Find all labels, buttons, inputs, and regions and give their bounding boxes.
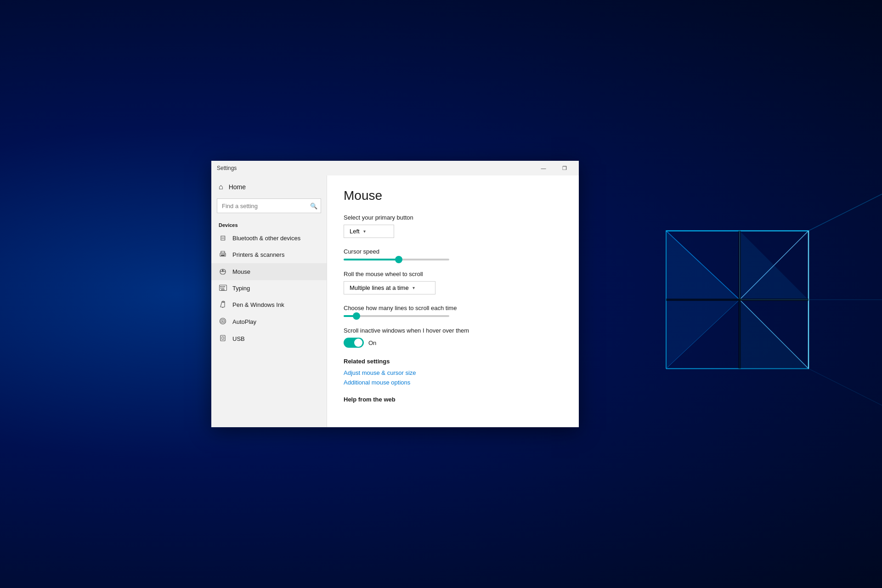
title-bar: Settings — ❐ xyxy=(211,161,579,175)
window-body: ⌂ Home 🔍 Devices ⊟ Bluetooth & other dev… xyxy=(211,175,579,427)
scroll-wheel-dropdown[interactable]: Multiple lines at a time ▾ xyxy=(344,281,435,294)
svg-rect-32 xyxy=(223,288,224,289)
sidebar-item-pen[interactable]: Pen & Windows Ink xyxy=(211,296,327,313)
printers-icon xyxy=(219,250,227,259)
sidebar-item-typing-label: Typing xyxy=(232,285,250,292)
primary-button-label: Select your primary button xyxy=(344,214,562,221)
sidebar-item-bluetooth[interactable]: ⊟ Bluetooth & other devices xyxy=(211,230,327,246)
home-icon: ⌂ xyxy=(219,183,223,191)
sidebar-item-autoplay[interactable]: AutoPlay xyxy=(211,313,327,330)
svg-rect-26 xyxy=(220,286,221,287)
scroll-inactive-toggle-row: On xyxy=(344,338,562,348)
adjust-mouse-cursor-link[interactable]: Adjust mouse & cursor size xyxy=(344,369,562,376)
usb-icon xyxy=(219,334,227,343)
svg-rect-24 xyxy=(222,270,224,271)
primary-button-value: Left xyxy=(350,228,360,235)
chevron-down-icon-2: ▾ xyxy=(413,285,415,290)
svg-rect-29 xyxy=(224,286,225,287)
scroll-inactive-section: Scroll inactive windows when I hover ove… xyxy=(344,327,562,348)
sidebar-item-home[interactable]: ⌂ Home xyxy=(211,179,327,195)
main-content: Mouse Select your primary button Left ▾ … xyxy=(327,175,579,427)
toggle-state-label: On xyxy=(368,339,376,346)
search-box: 🔍 xyxy=(217,198,321,213)
scroll-inactive-toggle[interactable] xyxy=(344,338,364,348)
svg-point-20 xyxy=(224,254,225,254)
svg-rect-37 xyxy=(220,335,225,341)
sidebar-item-mouse[interactable]: Mouse xyxy=(211,263,327,280)
cursor-speed-fill xyxy=(344,259,399,260)
sidebar-item-pen-label: Pen & Windows Ink xyxy=(232,301,284,308)
page-title: Mouse xyxy=(344,188,562,203)
search-icon: 🔍 xyxy=(310,203,317,209)
sidebar-item-usb[interactable]: USB xyxy=(211,330,327,347)
svg-rect-30 xyxy=(220,288,221,289)
sidebar-item-mouse-label: Mouse xyxy=(232,268,250,275)
svg-point-36 xyxy=(222,321,224,322)
autoplay-icon xyxy=(219,317,227,326)
window-title: Settings xyxy=(217,165,237,171)
toggle-knob xyxy=(354,339,362,347)
cursor-speed-slider[interactable] xyxy=(344,259,449,260)
sidebar-item-typing[interactable]: Typing xyxy=(211,280,327,296)
sidebar-item-printers-label: Printers & scanners xyxy=(232,251,284,258)
bluetooth-icon: ⊟ xyxy=(219,234,227,242)
scroll-lines-label: Choose how many lines to scroll each tim… xyxy=(344,305,562,311)
svg-rect-27 xyxy=(221,286,222,287)
svg-rect-18 xyxy=(221,251,225,253)
minimize-button[interactable]: — xyxy=(533,161,554,175)
primary-button-dropdown[interactable]: Left ▾ xyxy=(344,225,394,238)
sidebar-section-devices: Devices xyxy=(211,217,327,230)
sidebar-item-autoplay-label: AutoPlay xyxy=(232,318,256,325)
scroll-inactive-label: Scroll inactive windows when I hover ove… xyxy=(344,327,562,334)
related-settings-title: Related settings xyxy=(344,358,562,365)
cursor-speed-label: Cursor speed xyxy=(344,248,562,255)
scroll-lines-slider[interactable] xyxy=(344,315,449,317)
svg-rect-19 xyxy=(221,254,225,256)
home-label: Home xyxy=(229,183,246,191)
primary-button-section: Select your primary button Left ▾ xyxy=(344,214,562,238)
cursor-speed-section: Cursor speed xyxy=(344,248,562,260)
typing-icon xyxy=(219,284,227,292)
mouse-icon xyxy=(219,267,227,276)
svg-rect-38 xyxy=(222,337,224,339)
scroll-lines-section: Choose how many lines to scroll each tim… xyxy=(344,305,562,317)
related-settings-section: Related settings Adjust mouse & cursor s… xyxy=(344,358,562,386)
svg-rect-28 xyxy=(223,286,224,287)
scroll-wheel-section: Roll the mouse wheel to scroll Multiple … xyxy=(344,271,562,294)
sidebar-item-usb-label: USB xyxy=(232,335,245,342)
sidebar: ⌂ Home 🔍 Devices ⊟ Bluetooth & other dev… xyxy=(211,175,327,427)
additional-mouse-options-link[interactable]: Additional mouse options xyxy=(344,379,562,386)
scroll-wheel-label: Roll the mouse wheel to scroll xyxy=(344,271,562,277)
chevron-down-icon: ▾ xyxy=(363,229,366,234)
restore-button[interactable]: ❐ xyxy=(554,161,575,175)
settings-window: Settings — ❐ ⌂ Home 🔍 Devices ⊟ Bl xyxy=(211,161,579,427)
pen-icon xyxy=(219,300,227,309)
scroll-wheel-value: Multiple lines at a time xyxy=(350,284,409,291)
sidebar-item-printers[interactable]: Printers & scanners xyxy=(211,246,327,263)
scroll-lines-thumb[interactable] xyxy=(353,312,360,320)
search-input[interactable] xyxy=(217,198,321,213)
help-section: Help from the web xyxy=(344,396,562,403)
svg-rect-33 xyxy=(221,289,225,290)
help-title: Help from the web xyxy=(344,396,562,403)
sidebar-item-bluetooth-label: Bluetooth & other devices xyxy=(232,235,300,242)
cursor-speed-thumb[interactable] xyxy=(395,256,402,263)
window-controls: — ❐ xyxy=(533,161,575,175)
svg-rect-31 xyxy=(222,288,223,289)
